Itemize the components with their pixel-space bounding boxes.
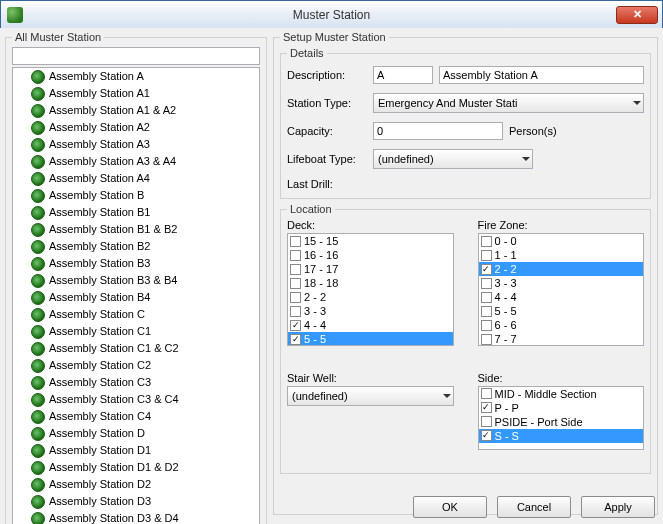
checkbox[interactable] bbox=[481, 278, 492, 289]
checklist-item[interactable]: 3 - 3 bbox=[479, 276, 644, 290]
checklist-item[interactable]: 16 - 16 bbox=[288, 248, 453, 262]
tree-item-label: Assembly Station B1 & B2 bbox=[49, 222, 177, 237]
tree-item[interactable]: Assembly Station D3 bbox=[13, 493, 259, 510]
tree-item[interactable]: Assembly Station C1 bbox=[13, 323, 259, 340]
tree-item[interactable]: Assembly Station A1 bbox=[13, 85, 259, 102]
tree-item[interactable]: Assembly Station A bbox=[13, 68, 259, 85]
tree-item-label: Assembly Station C3 & C4 bbox=[49, 392, 179, 407]
checkbox[interactable] bbox=[290, 278, 301, 289]
station-type-value: Emergency And Muster Stati bbox=[378, 97, 517, 109]
checklist-item[interactable]: MID - Middle Section bbox=[479, 387, 644, 401]
tree-item[interactable]: Assembly Station C3 bbox=[13, 374, 259, 391]
tree-item[interactable]: Assembly Station C3 & C4 bbox=[13, 391, 259, 408]
tree-item[interactable]: Assembly Station A3 & A4 bbox=[13, 153, 259, 170]
tree-item[interactable]: Assembly Station A4 bbox=[13, 170, 259, 187]
checklist-item[interactable]: 17 - 17 bbox=[288, 262, 453, 276]
tree-item[interactable]: Assembly Station D bbox=[13, 425, 259, 442]
checklist-item[interactable]: 4 - 4 bbox=[479, 290, 644, 304]
location-group: Location Deck: 15 - 1516 - 1617 - 1718 -… bbox=[280, 203, 651, 474]
capacity-label: Capacity: bbox=[287, 125, 373, 137]
checkbox[interactable] bbox=[481, 250, 492, 261]
apply-button[interactable]: Apply bbox=[581, 496, 655, 518]
muster-station-icon bbox=[31, 376, 45, 390]
setup-legend: Setup Muster Station bbox=[280, 31, 389, 43]
details-group: Details Description: Station Type: Emerg… bbox=[280, 47, 651, 199]
firezone-checklist[interactable]: 0 - 01 - 1✓2 - 23 - 34 - 45 - 56 - 67 - … bbox=[478, 233, 645, 346]
checkbox[interactable]: ✓ bbox=[481, 402, 492, 413]
checklist-item[interactable]: 2 - 2 bbox=[288, 290, 453, 304]
checkbox[interactable] bbox=[290, 306, 301, 317]
checklist-item[interactable]: ✓5 - 5 bbox=[288, 332, 453, 346]
checklist-item[interactable]: 3 - 3 bbox=[288, 304, 453, 318]
checkbox[interactable] bbox=[481, 236, 492, 247]
filter-input[interactable] bbox=[12, 47, 260, 65]
muster-station-icon bbox=[31, 87, 45, 101]
checkbox[interactable] bbox=[481, 292, 492, 303]
tree-item[interactable]: Assembly Station C1 & C2 bbox=[13, 340, 259, 357]
tree-item[interactable]: Assembly Station B2 bbox=[13, 238, 259, 255]
tree-item[interactable]: Assembly Station B3 & B4 bbox=[13, 272, 259, 289]
checkbox[interactable]: ✓ bbox=[481, 264, 492, 275]
tree-item-label: Assembly Station B3 & B4 bbox=[49, 273, 177, 288]
tree-item[interactable]: Assembly Station B3 bbox=[13, 255, 259, 272]
checkbox[interactable]: ✓ bbox=[290, 320, 301, 331]
checklist-item[interactable]: 7 - 7 bbox=[479, 332, 644, 346]
checklist-item[interactable]: 6 - 6 bbox=[479, 318, 644, 332]
lifeboat-type-combo[interactable]: (undefined) bbox=[373, 149, 533, 169]
checkbox[interactable]: ✓ bbox=[481, 430, 492, 441]
ok-button[interactable]: OK bbox=[413, 496, 487, 518]
checklist-item[interactable]: 0 - 0 bbox=[479, 234, 644, 248]
muster-station-icon bbox=[31, 291, 45, 305]
checklist-item[interactable]: PSIDE - Port Side bbox=[479, 415, 644, 429]
tree-item[interactable]: Assembly Station A3 bbox=[13, 136, 259, 153]
description-name-input[interactable] bbox=[439, 66, 644, 84]
station-type-combo[interactable]: Emergency And Muster Stati bbox=[373, 93, 644, 113]
tree-item[interactable]: Assembly Station C bbox=[13, 306, 259, 323]
tree-item[interactable]: Assembly Station C4 bbox=[13, 408, 259, 425]
checkbox[interactable] bbox=[481, 334, 492, 345]
checklist-item[interactable]: ✓S - S bbox=[479, 429, 644, 443]
stairwell-combo[interactable]: (undefined) bbox=[287, 386, 454, 406]
capacity-input[interactable] bbox=[373, 122, 503, 140]
checklist-item[interactable]: ✓P - P bbox=[479, 401, 644, 415]
muster-station-icon bbox=[31, 461, 45, 475]
checkbox[interactable] bbox=[290, 236, 301, 247]
tree-item[interactable]: Assembly Station D2 bbox=[13, 476, 259, 493]
tree-item[interactable]: Assembly Station D3 & D4 bbox=[13, 510, 259, 524]
checkbox[interactable] bbox=[481, 320, 492, 331]
tree-item[interactable]: Assembly Station A1 & A2 bbox=[13, 102, 259, 119]
tree-item[interactable]: Assembly Station B4 bbox=[13, 289, 259, 306]
checklist-item[interactable]: 5 - 5 bbox=[479, 304, 644, 318]
checkbox[interactable] bbox=[290, 292, 301, 303]
tree-item[interactable]: Assembly Station B1 & B2 bbox=[13, 221, 259, 238]
tree-item[interactable]: Assembly Station C2 bbox=[13, 357, 259, 374]
tree-item[interactable]: Assembly Station B1 bbox=[13, 204, 259, 221]
deck-checklist[interactable]: 15 - 1516 - 1617 - 1718 - 182 - 23 - 3✓4… bbox=[287, 233, 454, 346]
location-legend: Location bbox=[287, 203, 335, 215]
checklist-item[interactable]: 15 - 15 bbox=[288, 234, 453, 248]
muster-station-icon bbox=[31, 308, 45, 322]
last-drill-label: Last Drill: bbox=[287, 178, 373, 190]
checklist-item[interactable]: 1 - 1 bbox=[479, 248, 644, 262]
muster-station-icon bbox=[31, 104, 45, 118]
checkbox[interactable] bbox=[290, 250, 301, 261]
checkbox[interactable] bbox=[481, 388, 492, 399]
checkbox[interactable] bbox=[481, 416, 492, 427]
checkbox[interactable] bbox=[290, 264, 301, 275]
checklist-item[interactable]: ✓2 - 2 bbox=[479, 262, 644, 276]
tree-item[interactable]: Assembly Station A2 bbox=[13, 119, 259, 136]
tree-item[interactable]: Assembly Station D1 & D2 bbox=[13, 459, 259, 476]
deck-label: Deck: bbox=[287, 219, 454, 231]
checkbox[interactable] bbox=[481, 306, 492, 317]
tree-item[interactable]: Assembly Station D1 bbox=[13, 442, 259, 459]
checklist-item[interactable]: 18 - 18 bbox=[288, 276, 453, 290]
tree-item[interactable]: Assembly Station B bbox=[13, 187, 259, 204]
cancel-button[interactable]: Cancel bbox=[497, 496, 571, 518]
description-code-input[interactable] bbox=[373, 66, 433, 84]
checklist-item[interactable]: ✓4 - 4 bbox=[288, 318, 453, 332]
tree-item-label: Assembly Station C1 & C2 bbox=[49, 341, 179, 356]
muster-station-tree[interactable]: Assembly Station AAssembly Station A1Ass… bbox=[12, 67, 260, 524]
side-checklist[interactable]: MID - Middle Section✓P - PPSIDE - Port S… bbox=[478, 386, 645, 450]
close-button[interactable]: ✕ bbox=[616, 6, 658, 24]
checkbox[interactable]: ✓ bbox=[290, 334, 301, 345]
